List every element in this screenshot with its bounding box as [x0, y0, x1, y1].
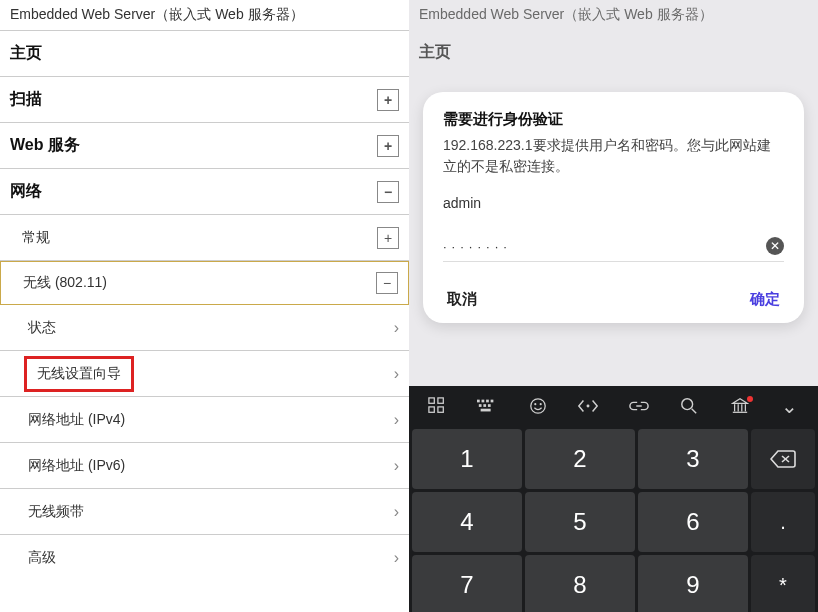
dialog-title: 需要进行身份验证 [443, 110, 784, 129]
right-pane: Embedded Web Server（嵌入式 Web 服务器） 主页 需要进行… [409, 0, 818, 612]
chevron-right-icon: › [394, 319, 399, 337]
nav-webservices[interactable]: Web 服务 + [0, 123, 409, 169]
nav-ipv6-label: 网络地址 (IPv6) [28, 457, 125, 475]
username-field[interactable]: admin [443, 195, 784, 211]
nav-wireless[interactable]: 无线 (802.11) − [0, 261, 409, 305]
svg-point-16 [682, 399, 693, 410]
key-5[interactable]: 5 [525, 492, 635, 552]
svg-point-13 [534, 403, 536, 405]
key-8[interactable]: 8 [525, 555, 635, 612]
svg-point-12 [531, 399, 545, 413]
key-4[interactable]: 4 [412, 492, 522, 552]
emoji-icon[interactable] [522, 397, 554, 415]
svg-rect-8 [479, 404, 482, 407]
nav-ipv4-label: 网络地址 (IPv4) [28, 411, 125, 429]
nav-wireless-wizard-label: 无线设置向导 [24, 356, 134, 392]
nav-home[interactable]: 主页 [409, 30, 818, 74]
svg-rect-11 [481, 409, 491, 412]
nav-band-label: 无线频带 [28, 503, 84, 521]
collapse-icon[interactable]: − [376, 272, 398, 294]
svg-rect-7 [491, 400, 494, 403]
auth-dialog: 需要进行身份验证 192.168.223.1要求提供用户名和密码。您与此网站建立… [423, 92, 804, 323]
left-pane: Embedded Web Server（嵌入式 Web 服务器） 主页 扫描 +… [0, 0, 409, 612]
nav-ipv6[interactable]: 网络地址 (IPv6) › [0, 443, 409, 489]
chevron-right-icon: › [394, 503, 399, 521]
nav-home-label: 主页 [419, 42, 451, 63]
svg-rect-6 [487, 400, 490, 403]
nav-general[interactable]: 常规 + [0, 215, 409, 261]
collapse-icon[interactable]: − [377, 181, 399, 203]
password-row: ········ ✕ [443, 237, 784, 262]
svg-rect-2 [429, 407, 434, 412]
dialog-buttons: 取消 确定 [443, 290, 784, 309]
nav-status-label: 状态 [28, 319, 56, 337]
nav-scan-label: 扫描 [10, 89, 42, 110]
code-icon[interactable] [572, 398, 604, 414]
svg-rect-4 [477, 400, 480, 403]
cancel-button[interactable]: 取消 [447, 290, 477, 309]
nav-webservices-label: Web 服务 [10, 135, 80, 156]
page-title: Embedded Web Server（嵌入式 Web 服务器） [0, 0, 409, 31]
key-3[interactable]: 3 [638, 429, 748, 489]
keyboard-toolbar: ⌄ [409, 386, 818, 426]
nav-wireless-wizard[interactable]: 无线设置向导 › [0, 351, 409, 397]
chevron-right-icon: › [394, 457, 399, 475]
key-7[interactable]: 7 [412, 555, 522, 612]
search-icon[interactable] [673, 397, 705, 415]
notification-dot-icon [747, 396, 753, 402]
clear-icon[interactable]: ✕ [766, 237, 784, 255]
key-6[interactable]: 6 [638, 492, 748, 552]
svg-rect-5 [482, 400, 485, 403]
expand-icon[interactable]: + [377, 135, 399, 157]
chevron-right-icon: › [394, 549, 399, 567]
key-backspace[interactable] [751, 429, 815, 489]
nav-ipv4[interactable]: 网络地址 (IPv4) › [0, 397, 409, 443]
svg-rect-1 [438, 398, 443, 403]
svg-point-14 [539, 403, 541, 405]
nav-status[interactable]: 状态 › [0, 305, 409, 351]
key-dot[interactable]: . [751, 492, 815, 552]
nav-network-label: 网络 [10, 181, 42, 202]
collapse-keyboard-icon[interactable]: ⌄ [774, 394, 806, 418]
keyboard-layout-icon[interactable] [471, 399, 503, 413]
svg-rect-9 [484, 404, 487, 407]
nav-network[interactable]: 网络 − [0, 169, 409, 215]
nav-general-label: 常规 [22, 229, 50, 247]
expand-icon[interactable]: + [377, 89, 399, 111]
key-star[interactable]: * [751, 555, 815, 612]
keypad: 1 2 3 4 5 6 . 7 8 9 * [409, 426, 818, 612]
nav-wireless-label: 无线 (802.11) [23, 274, 107, 292]
key-9[interactable]: 9 [638, 555, 748, 612]
link-icon[interactable] [623, 400, 655, 412]
svg-rect-3 [438, 407, 443, 412]
nav-home[interactable]: 主页 [0, 31, 409, 77]
bank-icon[interactable] [724, 397, 756, 415]
key-2[interactable]: 2 [525, 429, 635, 489]
chevron-right-icon: › [394, 365, 399, 383]
svg-line-17 [692, 409, 697, 414]
svg-point-15 [587, 405, 590, 408]
dialog-message: 192.168.223.1要求提供用户名和密码。您与此网站建立的不是私密连接。 [443, 135, 784, 177]
password-field[interactable]: ········ [443, 239, 512, 254]
nav-advanced[interactable]: 高级 › [0, 535, 409, 581]
page-title: Embedded Web Server（嵌入式 Web 服务器） [409, 0, 818, 30]
svg-rect-10 [488, 404, 491, 407]
nav-advanced-label: 高级 [28, 549, 56, 567]
keyboard: ⌄ 1 2 3 4 5 6 . 7 8 9 * [409, 386, 818, 612]
nav-band[interactable]: 无线频带 › [0, 489, 409, 535]
chevron-right-icon: › [394, 411, 399, 429]
nav-scan[interactable]: 扫描 + [0, 77, 409, 123]
nav-home-label: 主页 [10, 43, 42, 64]
ok-button[interactable]: 确定 [750, 290, 780, 309]
svg-rect-0 [429, 398, 434, 403]
grid-icon[interactable] [421, 397, 453, 415]
key-1[interactable]: 1 [412, 429, 522, 489]
expand-icon[interactable]: + [377, 227, 399, 249]
